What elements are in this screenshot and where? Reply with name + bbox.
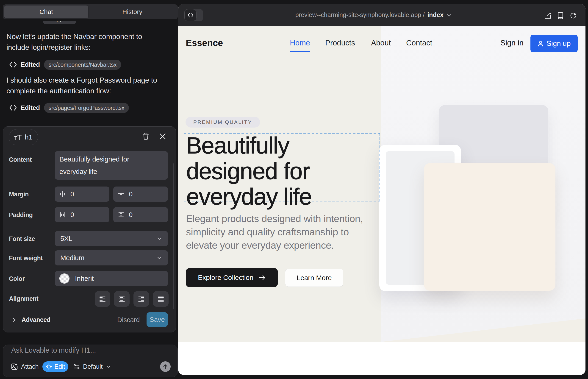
image-plus-icon: [11, 363, 18, 370]
file-chip[interactable]: src/components/Navbar.tsx: [44, 60, 121, 70]
chevron-down-icon: [156, 236, 162, 242]
color-label: Color: [9, 275, 25, 283]
padding-label: Padding: [9, 211, 33, 219]
external-link-icon: [544, 12, 551, 19]
refresh-icon: [570, 12, 577, 19]
align-center-button[interactable]: [114, 291, 130, 307]
margin-y-icon: [118, 191, 124, 197]
code-icon: [9, 104, 17, 111]
send-button[interactable]: [160, 361, 171, 372]
chevron-down-icon: [106, 364, 111, 369]
content-label: Content: [9, 156, 32, 163]
margin-x-icon: [59, 191, 66, 197]
smartphone-icon: [558, 12, 563, 19]
chat-message: I should also create a Forgot Password p…: [6, 75, 167, 96]
tab-history[interactable]: History: [88, 5, 176, 18]
align-left-button[interactable]: [95, 291, 110, 307]
sign-in-link[interactable]: Sign in: [500, 39, 524, 47]
type-icon: [14, 134, 22, 141]
chat-history-tabbar: Chat History: [3, 4, 178, 19]
preview-window: preview--charming-site-symphony.lovable.…: [178, 4, 586, 375]
premium-badge: PREMIUM QUALITY: [186, 117, 260, 127]
arrow-up-icon: [162, 364, 168, 370]
chevron-down-icon: [446, 12, 452, 18]
code-icon: [9, 61, 17, 68]
refresh-button[interactable]: [570, 12, 577, 19]
close-panel-button[interactable]: [157, 131, 168, 141]
url-page: index: [428, 12, 444, 19]
align-right-button[interactable]: [134, 291, 149, 307]
edit-mode-pill[interactable]: Edit: [42, 361, 68, 372]
padding-x-icon: [59, 211, 66, 218]
font-size-label: Font size: [9, 235, 35, 242]
arrow-right-icon: [259, 275, 266, 281]
hero-subtext: Elegant products designed with intention…: [186, 212, 363, 252]
padding-y-input[interactable]: 0: [113, 207, 168, 222]
font-weight-select[interactable]: Medium: [55, 250, 168, 266]
content-input[interactable]: Beautifully designed for everyday life: [55, 151, 168, 180]
sliders-icon: [73, 363, 80, 370]
site-logo[interactable]: Essence: [186, 38, 223, 47]
editor-scrollbar[interactable]: [173, 163, 174, 309]
align-center-icon: [119, 296, 125, 302]
nav-link-products[interactable]: Products: [325, 39, 355, 47]
chat-message: Now let's update the Navbar component to…: [6, 31, 167, 53]
align-justify-button[interactable]: [153, 291, 169, 307]
nav-link-about[interactable]: About: [371, 39, 391, 47]
align-left-icon: [100, 296, 106, 302]
file-chip[interactable]: src/pages/ForgotPassword.tsx: [44, 103, 129, 113]
edited-label: Edited: [21, 104, 40, 111]
hero-card-cream: [424, 163, 556, 291]
clipped-file-chip: app: [43, 21, 76, 24]
padding-x-input[interactable]: 0: [55, 207, 109, 222]
font-weight-label: Font weight: [9, 255, 43, 262]
site-page: Essence Home Products About Contact Sign…: [178, 26, 586, 375]
align-justify-icon: [158, 296, 164, 302]
trash-icon: [142, 133, 149, 140]
element-tag-pill[interactable]: h1: [9, 129, 38, 145]
font-size-select[interactable]: 5XL: [55, 231, 168, 246]
edited-file-row: Edited src/pages/ForgotPassword.tsx: [9, 103, 129, 113]
margin-y-input[interactable]: 0: [113, 187, 168, 202]
element-tag-name: h1: [25, 133, 32, 141]
composer-input[interactable]: Ask Lovable to modify H1...: [11, 346, 96, 354]
hero-section: Essence Home Products About Contact Sign…: [178, 26, 586, 342]
chevron-right-icon: [12, 317, 16, 323]
advanced-toggle[interactable]: Advanced: [12, 315, 50, 325]
explore-collection-button[interactable]: Explore Collection: [186, 268, 278, 287]
prompt-composer: Ask Lovable to modify H1... Attach Edit …: [3, 345, 178, 377]
hero-headline[interactable]: Beautifully designed for everyday life: [186, 133, 312, 210]
open-external-button[interactable]: [544, 12, 551, 19]
learn-more-button[interactable]: Learn More: [285, 269, 343, 287]
url-domain: preview--charming-site-symphony.lovable.…: [295, 12, 425, 19]
chevron-down-icon: [156, 255, 162, 261]
edited-file-row: Edited src/components/Navbar.tsx: [9, 60, 121, 70]
tab-chat[interactable]: Chat: [4, 5, 88, 18]
padding-y-icon: [118, 211, 124, 218]
element-editor-panel: h1 Content Beautifully designed for ever…: [3, 126, 176, 332]
browser-chrome: preview--charming-site-symphony.lovable.…: [178, 4, 586, 26]
align-right-icon: [138, 296, 144, 302]
url-bar[interactable]: preview--charming-site-symphony.lovable.…: [178, 4, 569, 26]
close-icon: [159, 133, 166, 140]
alignment-label: Alignment: [9, 295, 38, 302]
delete-element-button[interactable]: [141, 131, 151, 141]
mobile-view-button[interactable]: [557, 12, 564, 19]
sign-up-button[interactable]: Sign up: [530, 35, 578, 52]
margin-x-input[interactable]: 0: [55, 187, 109, 202]
margin-label: Margin: [9, 191, 29, 198]
nav-link-contact[interactable]: Contact: [406, 39, 432, 47]
color-select[interactable]: Inherit: [55, 271, 168, 286]
save-button[interactable]: Save: [147, 312, 168, 327]
transparent-swatch-icon: [59, 273, 69, 284]
nav-link-home[interactable]: Home: [290, 39, 310, 47]
mode-select[interactable]: Default: [73, 361, 111, 372]
attach-button[interactable]: Attach: [11, 361, 39, 372]
user-icon: [537, 40, 544, 47]
locate-icon: [46, 363, 52, 370]
discard-button[interactable]: Discard: [117, 315, 140, 325]
edited-label: Edited: [21, 61, 40, 68]
